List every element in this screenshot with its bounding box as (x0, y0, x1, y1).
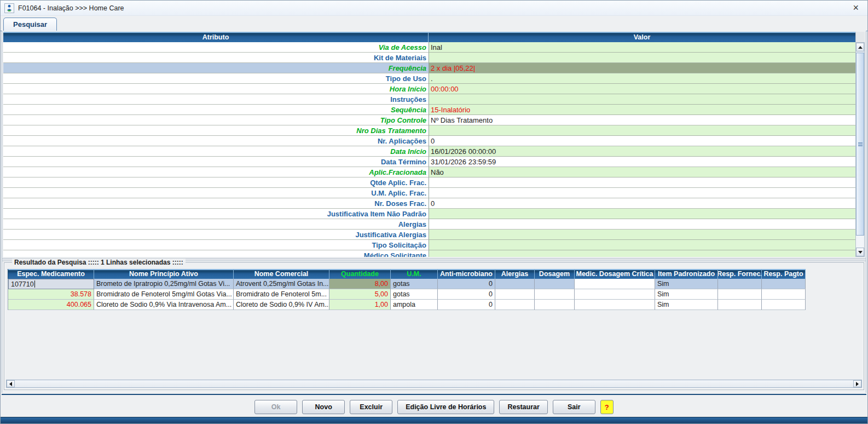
scroll-down-button[interactable] (856, 248, 864, 256)
attribute-label-cell[interactable]: Data Início (3, 146, 429, 157)
scrollbar-track[interactable] (856, 51, 864, 248)
attribute-label-cell[interactable]: Nro Dias Tratamento (3, 125, 429, 136)
table-row[interactable]: 107710Brometo de Ipratropio 0,25mg/ml Go… (8, 279, 806, 289)
table-cell[interactable]: 0 (438, 289, 495, 300)
sair-button[interactable]: Sair (553, 400, 595, 414)
column-header-alergias[interactable]: Alergias (495, 269, 535, 279)
table-cell[interactable] (495, 300, 535, 310)
attribute-value-cell[interactable]: 0 (429, 198, 855, 209)
table-cell[interactable] (718, 279, 762, 289)
attribute-label-cell[interactable]: Frequência (3, 63, 429, 73)
attribute-value-cell[interactable] (429, 125, 855, 136)
table-cell[interactable] (575, 279, 655, 289)
table-cell[interactable] (495, 279, 535, 289)
attribute-value-cell[interactable]: Não (429, 167, 855, 177)
attribute-label-cell[interactable]: Tipo de Uso (3, 73, 429, 84)
table-cell[interactable]: Sim (655, 300, 718, 310)
attribute-label-cell[interactable]: Nr. Aplicações (3, 136, 429, 146)
attribute-label-cell[interactable]: Kit de Materiais (3, 53, 429, 63)
attribute-value-cell[interactable]: Nº Dias Tratamento (429, 115, 855, 125)
help-button[interactable]: ? (600, 400, 614, 414)
attribute-value-cell[interactable]: 00:00:00 (429, 84, 855, 94)
scroll-right-button[interactable] (853, 380, 861, 387)
tab-pesquisar[interactable]: Pesquisar (3, 18, 57, 31)
table-row[interactable]: 400.065Cloreto de Sodio 0,9% Via Intrave… (8, 300, 806, 310)
attribute-label-cell[interactable]: Médico Solicitante (3, 250, 429, 257)
table-cell[interactable]: Bromidrato de Fenoterol 5mg/ml Gotas Via… (94, 289, 234, 300)
scroll-left-button[interactable] (7, 380, 15, 387)
attribute-label-cell[interactable]: Data Término (3, 157, 429, 167)
close-icon[interactable]: × (853, 2, 859, 13)
table-cell[interactable] (718, 300, 762, 310)
table-cell[interactable]: 1,00 (329, 300, 391, 310)
attribute-label-cell[interactable]: Tipo Solicitação (3, 240, 429, 250)
table-cell[interactable] (762, 279, 806, 289)
column-header-resp-pagto[interactable]: Resp. Pagto (762, 269, 806, 279)
table-cell[interactable]: 8,00 (329, 279, 391, 289)
attribute-label-cell[interactable]: Hora Início (3, 84, 429, 94)
table-cell[interactable]: Cloreto de Sodio 0,9% Via Intravenosa Am… (94, 300, 234, 310)
column-header-item-padronizado[interactable]: Item Padronizado (655, 269, 718, 279)
attribute-value-cell[interactable]: 31/01/2026 23:59:59 (429, 157, 855, 167)
attribute-label-cell[interactable]: Tipo Controle (3, 115, 429, 125)
table-cell[interactable] (535, 300, 575, 310)
table-cell[interactable]: Brometo de Ipratropio 0,25mg/ml Gotas Vi… (94, 279, 234, 289)
column-header-espec-medicamento[interactable]: Espec. Medicamento (8, 269, 94, 279)
table-cell[interactable]: Cloreto de Sodio 0,9% IV Am... (234, 300, 329, 310)
table-cell[interactable]: 0 (438, 300, 495, 310)
table-cell[interactable]: gotas (391, 289, 438, 300)
column-header-medic-dosagem-cr-tica[interactable]: Medic. Dosagem Crítica (575, 269, 655, 279)
attribute-value-cell[interactable] (429, 188, 855, 198)
attribute-label-cell[interactable]: Justificativa Item Não Padrão (3, 209, 429, 219)
excluir-button[interactable]: Excluir (350, 400, 392, 414)
attribute-label-cell[interactable]: Aplic.Fracionada (3, 167, 429, 177)
column-header-resp-fornec-[interactable]: Resp. Fornec. (718, 269, 762, 279)
column-header-u-m-[interactable]: U.M. (391, 269, 438, 279)
column-header-quantidade[interactable]: Quantidade (329, 269, 391, 279)
attribute-value-cell[interactable] (429, 240, 855, 250)
ok-button[interactable]: Ok (254, 400, 297, 414)
table-cell[interactable]: Atrovent 0,25mg/ml Gotas In... (234, 279, 329, 289)
attribute-value-cell[interactable] (429, 219, 855, 230)
attribute-value-cell[interactable] (429, 177, 855, 188)
table-cell[interactable]: Bromidrato de Fenoterol 5m... (234, 289, 329, 300)
hscrollbar-track[interactable] (15, 380, 853, 387)
attribute-value-cell[interactable] (429, 94, 855, 105)
attribute-label-cell[interactable]: U.M. Aplic. Frac. (3, 188, 429, 198)
table-cell[interactable]: 0 (438, 279, 495, 289)
table-cell[interactable] (575, 289, 655, 300)
attribute-value-cell[interactable] (429, 230, 855, 240)
table-cell[interactable]: 107710 (8, 279, 94, 289)
table-cell[interactable] (718, 289, 762, 300)
attribute-label-cell[interactable]: Nr. Doses Frac. (3, 198, 429, 209)
attribute-value-cell[interactable] (429, 53, 855, 63)
table-cell[interactable] (495, 289, 535, 300)
table-cell[interactable] (762, 289, 806, 300)
column-header-anti-microbiano[interactable]: Anti-microbiano (438, 269, 495, 279)
attribute-value-cell[interactable]: 16/01/2026 00:00:00 (429, 146, 855, 157)
table-cell[interactable]: 400.065 (8, 300, 94, 310)
table-cell[interactable]: gotas (391, 279, 438, 289)
attribute-label-cell[interactable]: Sequência (3, 105, 429, 115)
attribute-value-cell[interactable]: 0 (429, 136, 855, 146)
table-cell[interactable] (762, 300, 806, 310)
results-hscrollbar[interactable] (6, 380, 862, 388)
table-cell[interactable]: ampola (391, 300, 438, 310)
attribute-label-cell[interactable]: Justificativa Alergias (3, 230, 429, 240)
table-cell[interactable]: Sim (655, 279, 718, 289)
scroll-up-button[interactable] (856, 43, 864, 51)
table-cell[interactable]: 5,00 (329, 289, 391, 300)
scrollbar-thumb[interactable] (856, 53, 864, 236)
attribute-value-cell[interactable] (429, 250, 855, 257)
column-header-nome-comercial[interactable]: Nome Comercial (234, 269, 329, 279)
attribute-table-scrollbar[interactable] (855, 42, 865, 257)
edicao-livre-de-horarios-button[interactable]: Edição Livre de Horários (397, 400, 494, 414)
table-cell[interactable] (535, 289, 575, 300)
attribute-label-cell[interactable]: Instruções (3, 94, 429, 105)
attribute-value-cell[interactable]: 15-Inalatório (429, 105, 855, 115)
attribute-label-cell[interactable]: Via de Acesso (3, 42, 429, 53)
attribute-value-cell[interactable]: Inal (429, 42, 855, 53)
table-row[interactable]: 38.578Bromidrato de Fenoterol 5mg/ml Got… (8, 289, 806, 300)
table-cell[interactable] (535, 279, 575, 289)
column-header-nome-princ-pio-ativo[interactable]: Nome Princípio Ativo (94, 269, 234, 279)
